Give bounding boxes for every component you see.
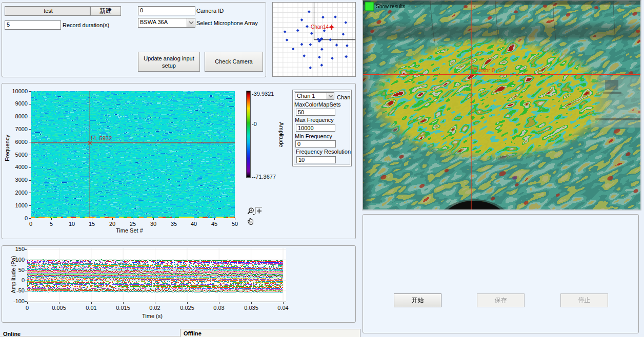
svg-text:Show results: Show results [376, 4, 405, 9]
svg-text:Chan14: Chan14 [311, 24, 329, 30]
svg-text:14, 5932: 14, 5932 [90, 135, 112, 141]
svg-text:Cursor 0: Cursor 0 [473, 67, 495, 73]
